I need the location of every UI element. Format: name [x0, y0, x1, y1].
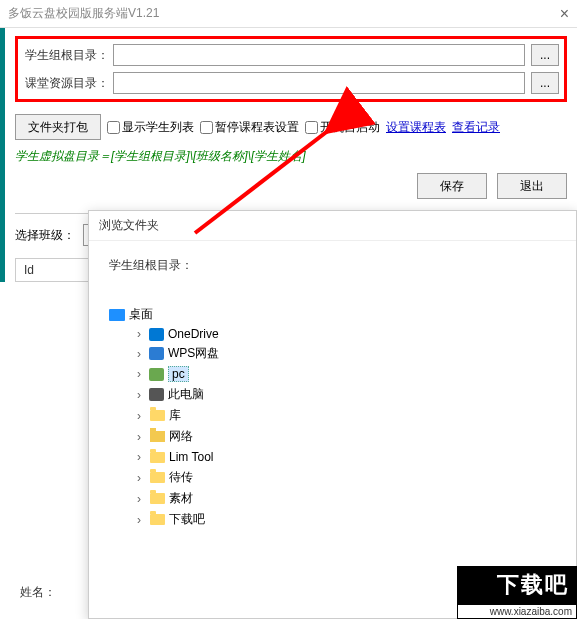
tree-item-label: 此电脑 [168, 386, 204, 403]
resource-dir-label: 课堂资源目录： [23, 75, 113, 92]
tree-root-desktop[interactable]: 桌面 [109, 304, 556, 325]
expand-icon[interactable]: › [133, 450, 145, 464]
tree-item-label: 库 [169, 407, 181, 424]
dialog-title: 浏览文件夹 [89, 211, 576, 241]
tree-item-label: 网络 [169, 428, 193, 445]
autostart-checkbox[interactable]: 开机自启动 [305, 119, 380, 136]
service-icon [149, 368, 164, 381]
tree-item[interactable]: ›素材 [109, 488, 556, 509]
folder-icon [149, 429, 165, 445]
tree-item-label: WPS网盘 [168, 345, 219, 362]
folder-icon [149, 512, 165, 528]
tree-item-label: Lim Tool [169, 450, 213, 464]
show-list-checkbox[interactable]: 显示学生列表 [107, 119, 194, 136]
path-formula-note: 学生虚拟盘目录＝[学生组根目录]\[班级名称]\[学生姓名] [15, 144, 567, 169]
tree-item[interactable]: ›Lim Tool [109, 447, 556, 467]
tree-item[interactable]: ›网络 [109, 426, 556, 447]
expand-icon[interactable]: › [133, 513, 145, 527]
tree-item-label: pc [168, 366, 189, 382]
tree-item[interactable]: ›待传 [109, 467, 556, 488]
pause-schedule-checkbox[interactable]: 暂停课程表设置 [200, 119, 299, 136]
tree-item[interactable]: ›此电脑 [109, 384, 556, 405]
dialog-prompt: 学生组根目录： [109, 257, 556, 274]
desktop-icon [109, 309, 125, 321]
expand-icon[interactable]: › [133, 347, 145, 361]
tree-item-label: OneDrive [168, 327, 219, 341]
tree-item-label: 下载吧 [169, 511, 205, 528]
col-id: Id [24, 263, 34, 277]
window-title: 多饭云盘校园版服务端V1.21 [8, 5, 159, 22]
tree-item[interactable]: ›库 [109, 405, 556, 426]
expand-icon[interactable]: › [133, 409, 145, 423]
folder-icon [149, 491, 165, 507]
name-label: 姓名： [20, 585, 56, 599]
expand-icon[interactable]: › [133, 492, 145, 506]
root-dir-input[interactable] [113, 44, 525, 66]
expand-icon[interactable]: › [133, 388, 145, 402]
select-class-label: 选择班级： [15, 227, 75, 244]
tree-item-label: 素材 [169, 490, 193, 507]
browse-resource-button[interactable]: ... [531, 72, 559, 94]
tree-item[interactable]: ›pc [109, 364, 556, 384]
watermark: 下载吧 www.xiazaiba.com [457, 566, 577, 619]
folder-icon [149, 408, 165, 424]
pack-folder-button[interactable]: 文件夹打包 [15, 114, 101, 140]
browse-folder-dialog: 浏览文件夹 学生组根目录： 桌面 ›OneDrive›WPS网盘›pc›此电脑›… [88, 210, 577, 619]
tree-item[interactable]: ›下载吧 [109, 509, 556, 530]
tree-item[interactable]: ›WPS网盘 [109, 343, 556, 364]
folder-tree[interactable]: 桌面 ›OneDrive›WPS网盘›pc›此电脑›库›网络›Lim Tool›… [109, 304, 556, 530]
highlight-box: 学生组根目录： ... 课堂资源目录： ... [15, 36, 567, 102]
close-icon[interactable]: × [560, 5, 569, 23]
service-icon [149, 328, 164, 341]
tree-item-label: 待传 [169, 469, 193, 486]
service-icon [149, 347, 164, 360]
folder-icon [149, 449, 165, 465]
expand-icon[interactable]: › [133, 367, 145, 381]
expand-icon[interactable]: › [133, 471, 145, 485]
service-icon [149, 388, 164, 401]
folder-icon [149, 470, 165, 486]
browse-root-button[interactable]: ... [531, 44, 559, 66]
save-button[interactable]: 保存 [417, 173, 487, 199]
tree-item[interactable]: ›OneDrive [109, 325, 556, 343]
root-dir-label: 学生组根目录： [23, 47, 113, 64]
view-log-link[interactable]: 查看记录 [452, 119, 500, 136]
set-schedule-link[interactable]: 设置课程表 [386, 119, 446, 136]
expand-icon[interactable]: › [133, 430, 145, 444]
resource-dir-input[interactable] [113, 72, 525, 94]
exit-button[interactable]: 退出 [497, 173, 567, 199]
expand-icon[interactable]: › [133, 327, 145, 341]
